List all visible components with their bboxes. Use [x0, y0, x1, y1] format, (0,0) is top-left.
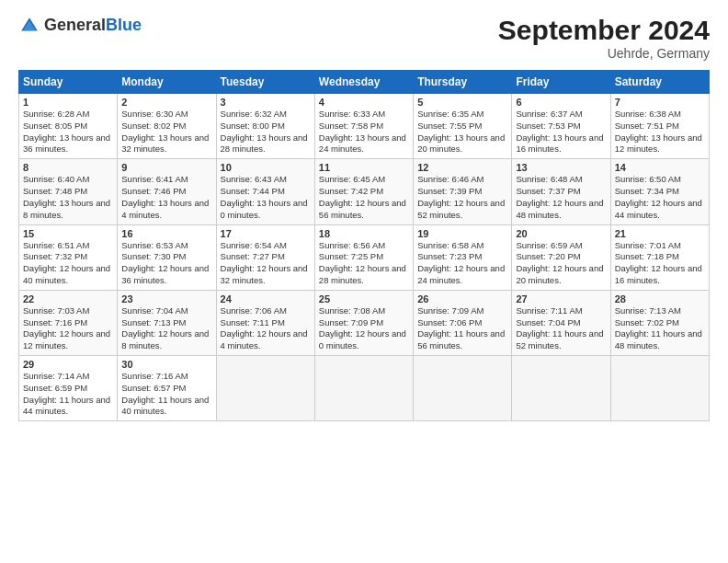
table-row: 10Sunrise: 6:43 AMSunset: 7:44 PMDayligh…: [216, 159, 314, 224]
day-number: 5: [417, 97, 507, 108]
table-row: 15Sunrise: 6:51 AMSunset: 7:32 PMDayligh…: [19, 224, 118, 290]
table-row: 26Sunrise: 7:09 AMSunset: 7:06 PMDayligh…: [414, 290, 512, 355]
day-info: Sunrise: 7:08 AMSunset: 7:09 PMDaylight:…: [319, 305, 409, 352]
day-info: Sunrise: 6:54 AMSunset: 7:27 PMDaylight:…: [221, 240, 311, 287]
day-number: 12: [417, 162, 507, 173]
day-number: 10: [221, 162, 311, 173]
col-wednesday: Wednesday: [314, 71, 413, 94]
logo-icon: [18, 15, 40, 37]
day-number: 17: [221, 228, 311, 239]
empty-cell: [610, 356, 709, 421]
col-tuesday: Tuesday: [216, 71, 314, 94]
logo-general: General: [44, 16, 106, 34]
table-row: 6Sunrise: 6:37 AMSunset: 7:53 PMDaylight…: [512, 94, 610, 159]
day-number: 8: [23, 162, 113, 173]
day-info: Sunrise: 6:46 AMSunset: 7:39 PMDaylight:…: [417, 174, 507, 221]
day-info: Sunrise: 7:06 AMSunset: 7:11 PMDaylight:…: [221, 305, 311, 352]
day-info: Sunrise: 6:45 AMSunset: 7:42 PMDaylight:…: [319, 174, 409, 221]
col-sunday: Sunday: [19, 71, 118, 94]
table-row: 25Sunrise: 7:08 AMSunset: 7:09 PMDayligh…: [314, 290, 413, 355]
table-row: 8Sunrise: 6:40 AMSunset: 7:48 PMDaylight…: [19, 159, 118, 224]
table-row: 1Sunrise: 6:28 AMSunset: 8:05 PMDaylight…: [19, 94, 118, 159]
empty-cell: [512, 356, 610, 421]
day-info: Sunrise: 7:11 AMSunset: 7:04 PMDaylight:…: [516, 305, 606, 352]
empty-cell: [314, 356, 413, 421]
day-number: 19: [417, 228, 507, 239]
day-number: 16: [121, 228, 211, 239]
day-number: 30: [121, 359, 211, 370]
day-number: 9: [121, 162, 211, 173]
day-info: Sunrise: 6:41 AMSunset: 7:46 PMDaylight:…: [121, 174, 211, 221]
day-number: 27: [516, 293, 606, 304]
day-number: 4: [319, 97, 409, 108]
day-info: Sunrise: 6:32 AMSunset: 8:00 PMDaylight:…: [221, 109, 311, 155]
day-number: 28: [615, 293, 705, 304]
day-number: 21: [615, 228, 705, 239]
col-friday: Friday: [512, 71, 610, 94]
table-row: 7Sunrise: 6:38 AMSunset: 7:51 PMDaylight…: [610, 94, 709, 159]
table-row: 21Sunrise: 7:01 AMSunset: 7:18 PMDayligh…: [610, 224, 709, 290]
logo: GeneralBlue: [18, 15, 142, 37]
month-title: September 2024: [498, 15, 710, 46]
day-number: 18: [319, 228, 409, 239]
day-number: 15: [23, 228, 113, 239]
day-info: Sunrise: 6:37 AMSunset: 7:53 PMDaylight:…: [516, 109, 606, 155]
day-number: 22: [23, 293, 113, 304]
location-subtitle: Uehrde, Germany: [498, 46, 710, 61]
day-number: 25: [319, 293, 409, 304]
day-number: 11: [319, 162, 409, 173]
table-row: 29Sunrise: 7:14 AMSunset: 6:59 PMDayligh…: [19, 356, 118, 421]
table-row: 12Sunrise: 6:46 AMSunset: 7:39 PMDayligh…: [414, 159, 512, 224]
table-row: 19Sunrise: 6:58 AMSunset: 7:23 PMDayligh…: [414, 224, 512, 290]
day-info: Sunrise: 6:51 AMSunset: 7:32 PMDaylight:…: [23, 240, 113, 287]
calendar-row: 29Sunrise: 7:14 AMSunset: 6:59 PMDayligh…: [19, 356, 710, 421]
day-info: Sunrise: 6:59 AMSunset: 7:20 PMDaylight:…: [516, 240, 606, 287]
day-info: Sunrise: 7:14 AMSunset: 6:59 PMDaylight:…: [23, 371, 113, 418]
table-row: 30Sunrise: 7:16 AMSunset: 6:57 PMDayligh…: [118, 356, 216, 421]
day-info: Sunrise: 7:09 AMSunset: 7:06 PMDaylight:…: [417, 305, 507, 352]
day-info: Sunrise: 6:48 AMSunset: 7:37 PMDaylight:…: [516, 174, 606, 221]
day-info: Sunrise: 6:28 AMSunset: 8:05 PMDaylight:…: [23, 109, 113, 155]
day-number: 24: [221, 293, 311, 304]
day-info: Sunrise: 6:53 AMSunset: 7:30 PMDaylight:…: [121, 240, 211, 287]
day-info: Sunrise: 7:16 AMSunset: 6:57 PMDaylight:…: [121, 371, 211, 418]
col-thursday: Thursday: [414, 71, 512, 94]
title-block: September 2024 Uehrde, Germany: [498, 15, 710, 61]
calendar-row: 1Sunrise: 6:28 AMSunset: 8:05 PMDaylight…: [19, 94, 710, 159]
calendar-row: 8Sunrise: 6:40 AMSunset: 7:48 PMDaylight…: [19, 159, 710, 224]
day-number: 29: [23, 359, 113, 370]
day-info: Sunrise: 6:56 AMSunset: 7:25 PMDaylight:…: [319, 240, 409, 287]
page-header: GeneralBlue September 2024 Uehrde, Germa…: [18, 15, 710, 61]
day-number: 2: [121, 97, 211, 108]
calendar-header-row: Sunday Monday Tuesday Wednesday Thursday…: [19, 71, 710, 94]
table-row: 5Sunrise: 6:35 AMSunset: 7:55 PMDaylight…: [414, 94, 512, 159]
table-row: 22Sunrise: 7:03 AMSunset: 7:16 PMDayligh…: [19, 290, 118, 355]
empty-cell: [414, 356, 512, 421]
day-info: Sunrise: 6:38 AMSunset: 7:51 PMDaylight:…: [615, 109, 705, 155]
table-row: 9Sunrise: 6:41 AMSunset: 7:46 PMDaylight…: [118, 159, 216, 224]
day-number: 26: [417, 293, 507, 304]
calendar-row: 15Sunrise: 6:51 AMSunset: 7:32 PMDayligh…: [19, 224, 710, 290]
table-row: 13Sunrise: 6:48 AMSunset: 7:37 PMDayligh…: [512, 159, 610, 224]
table-row: 4Sunrise: 6:33 AMSunset: 7:58 PMDaylight…: [314, 94, 413, 159]
table-row: 18Sunrise: 6:56 AMSunset: 7:25 PMDayligh…: [314, 224, 413, 290]
day-number: 6: [516, 97, 606, 108]
table-row: 20Sunrise: 6:59 AMSunset: 7:20 PMDayligh…: [512, 224, 610, 290]
day-info: Sunrise: 6:58 AMSunset: 7:23 PMDaylight:…: [417, 240, 507, 287]
table-row: 24Sunrise: 7:06 AMSunset: 7:11 PMDayligh…: [216, 290, 314, 355]
table-row: 2Sunrise: 6:30 AMSunset: 8:02 PMDaylight…: [118, 94, 216, 159]
day-number: 13: [516, 162, 606, 173]
table-row: 28Sunrise: 7:13 AMSunset: 7:02 PMDayligh…: [610, 290, 709, 355]
day-number: 3: [221, 97, 311, 108]
day-number: 14: [615, 162, 705, 173]
calendar-row: 22Sunrise: 7:03 AMSunset: 7:16 PMDayligh…: [19, 290, 710, 355]
table-row: 17Sunrise: 6:54 AMSunset: 7:27 PMDayligh…: [216, 224, 314, 290]
day-number: 23: [121, 293, 211, 304]
day-info: Sunrise: 6:43 AMSunset: 7:44 PMDaylight:…: [221, 174, 311, 221]
table-row: 14Sunrise: 6:50 AMSunset: 7:34 PMDayligh…: [610, 159, 709, 224]
table-row: 16Sunrise: 6:53 AMSunset: 7:30 PMDayligh…: [118, 224, 216, 290]
day-info: Sunrise: 6:30 AMSunset: 8:02 PMDaylight:…: [121, 109, 211, 155]
day-info: Sunrise: 7:04 AMSunset: 7:13 PMDaylight:…: [121, 305, 211, 352]
day-number: 1: [23, 97, 113, 108]
day-info: Sunrise: 6:50 AMSunset: 7:34 PMDaylight:…: [615, 174, 705, 221]
